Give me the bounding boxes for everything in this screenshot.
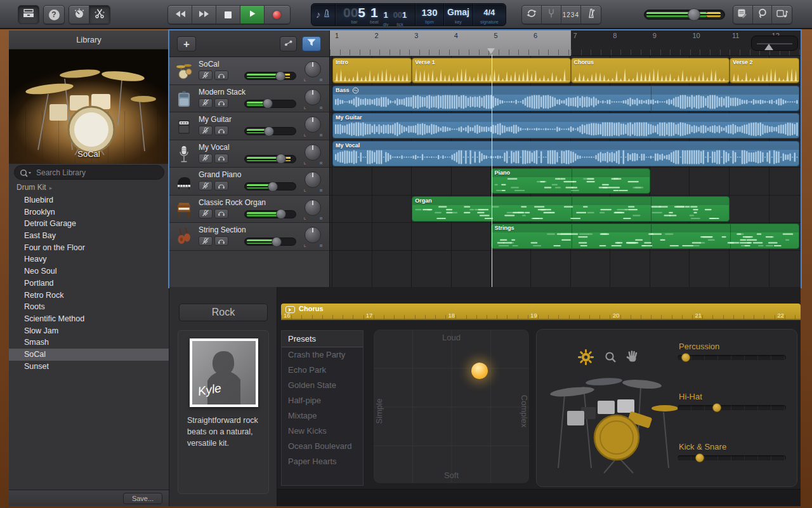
preset-item[interactable]: Paper Hearts [282, 454, 363, 469]
solo-button[interactable] [214, 236, 228, 246]
kit-slider[interactable] [678, 355, 786, 360]
volume-knob[interactable] [688, 8, 700, 21]
pan-knob[interactable] [304, 61, 321, 77]
preset-item[interactable]: Crash the Party [282, 347, 363, 363]
solo-button[interactable] [214, 154, 228, 163]
automation-button[interactable] [280, 36, 297, 51]
kit-slider-thumb[interactable] [681, 353, 690, 362]
track-volume-slider[interactable] [244, 72, 296, 80]
mute-button[interactable] [199, 209, 213, 218]
region-my-guitar[interactable]: My Guitar [332, 113, 799, 138]
kit-slider[interactable] [678, 455, 786, 460]
track-header-row[interactable]: Classic Rock OrganLR [169, 196, 329, 224]
zoom-thumb[interactable] [764, 39, 773, 50]
library-toggle-button[interactable] [18, 5, 39, 24]
pan-knob[interactable] [304, 227, 321, 243]
region-bass[interactable]: Bass [332, 86, 799, 111]
track-header-row[interactable]: String SectionLR [169, 223, 329, 251]
xy-puck[interactable] [471, 363, 488, 379]
track-header-row[interactable]: Modern StackLR [169, 85, 329, 113]
volume-slider-knob[interactable] [276, 154, 286, 164]
loop-browser-button[interactable] [753, 6, 773, 23]
pan-knob[interactable] [304, 171, 321, 188]
count-in-button[interactable]: 1234 [561, 6, 582, 23]
gear-icon[interactable] [577, 349, 594, 368]
track-header-row[interactable]: My GuitarLR [169, 112, 329, 140]
region-strings[interactable]: Strings [491, 224, 799, 249]
library-item[interactable]: Slow Jam [9, 325, 169, 337]
track-volume-slider[interactable] [244, 210, 296, 218]
volume-slider-knob[interactable] [276, 209, 286, 219]
solo-button[interactable] [214, 209, 228, 218]
stop-button[interactable] [216, 6, 240, 23]
volume-slider-knob[interactable] [263, 98, 273, 109]
mute-button[interactable] [199, 154, 213, 163]
library-item[interactable]: Portland [9, 277, 169, 290]
mute-button[interactable] [199, 181, 213, 190]
volume-slider-knob[interactable] [272, 237, 282, 247]
preset-item[interactable]: Echo Park [282, 363, 363, 378]
preset-item[interactable]: Half-pipe [282, 393, 363, 408]
pan-knob[interactable] [304, 116, 321, 133]
track-volume-slider[interactable] [244, 100, 296, 108]
library-item[interactable]: East Bay [9, 230, 169, 242]
library-item[interactable]: Roots [9, 301, 169, 313]
track-volume-slider[interactable] [244, 182, 296, 190]
solo-button[interactable] [214, 181, 228, 190]
editor-ruler[interactable]: Chorus 16171819202122 [281, 304, 801, 320]
media-browser-button[interactable] [772, 6, 792, 23]
volume-slider-knob[interactable] [268, 182, 278, 192]
preset-item[interactable]: Ocean Boulevard [282, 439, 363, 454]
library-category[interactable]: Drum Kit▸ [16, 183, 52, 192]
metronome-button[interactable] [581, 6, 601, 23]
track-volume-slider[interactable] [244, 127, 296, 135]
add-track-button[interactable]: + [177, 36, 196, 51]
library-item[interactable]: Detroit Garage [9, 218, 169, 230]
playhead-handle[interactable] [487, 48, 495, 58]
region-my-vocal[interactable]: My Vocal [332, 141, 799, 166]
region-chorus[interactable]: Chorus [571, 58, 730, 83]
track-volume-slider[interactable] [244, 155, 296, 163]
library-item[interactable]: Scientific Method [9, 313, 169, 325]
library-item[interactable]: Sunset [9, 361, 169, 373]
mute-button[interactable] [199, 70, 213, 80]
xy-pad[interactable]: Loud Soft Simple Complex [373, 329, 530, 484]
region-piano[interactable]: Piano [491, 168, 650, 194]
search-input[interactable] [14, 165, 164, 180]
cycle-button[interactable] [522, 6, 542, 23]
region-verse-2[interactable]: Verse 2 [730, 58, 799, 83]
track-header-row[interactable]: SoCalLR [169, 57, 329, 85]
lcd-display[interactable]: ♪ 005bar 1beat 1div 001tick 130 bpm Gmaj… [311, 3, 506, 26]
track-header-row[interactable]: Grand PianoLR [169, 168, 329, 196]
editors-button[interactable] [89, 6, 110, 23]
library-item[interactable]: Four on the Floor [9, 242, 169, 254]
pan-knob[interactable] [304, 199, 321, 216]
play-button[interactable] [240, 6, 265, 23]
pan-knob[interactable] [304, 144, 321, 161]
solo-button[interactable] [214, 70, 228, 80]
kit-slider-thumb[interactable] [695, 453, 704, 462]
record-button[interactable] [265, 6, 289, 23]
volume-slider-knob[interactable] [264, 126, 274, 137]
library-item[interactable]: SoCal [9, 349, 169, 361]
region-intro[interactable]: Intro [332, 58, 412, 83]
master-volume-slider[interactable] [644, 10, 725, 20]
mute-button[interactable] [199, 126, 213, 135]
library-item[interactable]: Heavy [9, 253, 169, 265]
drum-kit-illustration[interactable] [544, 366, 691, 478]
volume-slider-knob[interactable] [275, 71, 285, 81]
hand-icon[interactable] [625, 349, 640, 367]
library-item[interactable]: Retro Rock [9, 290, 169, 302]
save-button[interactable]: Save... [123, 493, 162, 504]
forward-button[interactable] [192, 6, 216, 23]
solo-button[interactable] [214, 98, 228, 108]
preset-item[interactable]: New Kicks [282, 424, 363, 439]
magnifier-icon[interactable] [604, 351, 618, 367]
preset-item[interactable]: Golden State [282, 378, 363, 393]
genre-button[interactable]: Rock [179, 304, 268, 321]
kit-slider[interactable] [678, 405, 786, 410]
quick-help-button[interactable]: ? [43, 5, 65, 24]
time-ruler[interactable]: 123456789101112 [330, 30, 801, 56]
library-item[interactable]: Brooklyn [9, 206, 169, 218]
solo-button[interactable] [214, 126, 228, 135]
